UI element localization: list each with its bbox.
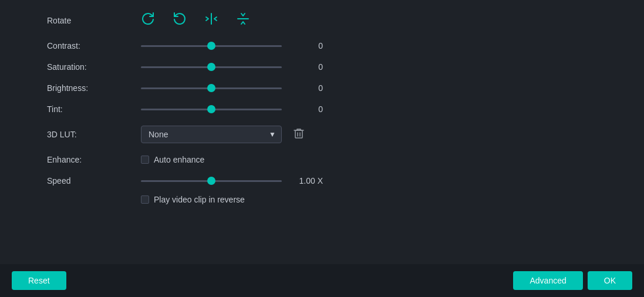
brightness-slider-container xyxy=(141,87,282,89)
tint-slider[interactable] xyxy=(141,109,282,110)
bottom-bar: Reset Advanced OK xyxy=(0,264,644,297)
auto-enhance-label: Auto enhance xyxy=(154,155,204,164)
lut-row: 3D LUT: None Option 1 Option 2 ▼ xyxy=(47,126,609,143)
contrast-value: 0 xyxy=(294,41,323,50)
saturation-label: Saturation: xyxy=(47,62,141,72)
right-buttons: Advanced OK xyxy=(513,271,632,290)
rotate-icons xyxy=(141,12,250,29)
reverse-checkbox-container[interactable]: Play video clip in reverse xyxy=(141,195,245,204)
contrast-slider[interactable] xyxy=(141,45,282,47)
tint-value: 0 xyxy=(294,104,323,114)
ok-button[interactable]: OK xyxy=(588,271,632,290)
brightness-slider[interactable] xyxy=(141,87,282,89)
brightness-row: Brightness: 0 xyxy=(47,83,609,93)
contrast-slider-container xyxy=(141,45,282,47)
tint-label: Tint: xyxy=(47,104,141,114)
speed-label: Speed xyxy=(47,176,141,185)
rotate-clockwise-icon[interactable] xyxy=(141,12,155,29)
rotate-label: Rotate xyxy=(47,16,141,25)
lut-label: 3D LUT: xyxy=(47,130,141,139)
tint-slider-container xyxy=(141,109,282,110)
rotate-counterclockwise-icon[interactable] xyxy=(173,12,187,29)
enhance-label: Enhance: xyxy=(47,155,141,164)
lut-select-container: None Option 1 Option 2 ▼ xyxy=(141,126,282,143)
reverse-label: Play video clip in reverse xyxy=(154,195,245,204)
enhance-row: Enhance: Auto enhance xyxy=(47,155,609,164)
saturation-slider[interactable] xyxy=(141,66,282,68)
speed-row: Speed 1.00 X xyxy=(47,176,609,185)
reverse-row: Play video clip in reverse xyxy=(141,195,609,204)
svg-rect-0 xyxy=(295,130,302,138)
saturation-slider-container xyxy=(141,66,282,68)
advanced-button[interactable]: Advanced xyxy=(513,271,582,290)
reverse-checkbox[interactable] xyxy=(141,195,149,204)
lut-select[interactable]: None Option 1 Option 2 xyxy=(141,126,282,143)
delete-lut-icon[interactable] xyxy=(294,127,304,142)
contrast-label: Contrast: xyxy=(47,41,141,50)
contrast-row: Contrast: 0 xyxy=(47,41,609,50)
speed-slider-container xyxy=(141,180,282,182)
brightness-label: Brightness: xyxy=(47,83,141,93)
brightness-value: 0 xyxy=(294,83,323,93)
reset-button[interactable]: Reset xyxy=(12,271,66,290)
auto-enhance-checkbox-container[interactable]: Auto enhance xyxy=(141,155,204,164)
main-container: Rotate xyxy=(0,0,644,297)
auto-enhance-checkbox[interactable] xyxy=(141,156,149,164)
saturation-value: 0 xyxy=(294,62,323,72)
flip-horizontal-icon[interactable] xyxy=(204,12,218,29)
tint-row: Tint: 0 xyxy=(47,104,609,114)
speed-slider[interactable] xyxy=(141,180,282,182)
speed-value: 1.00 X xyxy=(294,176,323,185)
flip-vertical-icon[interactable] xyxy=(236,12,250,29)
rotate-row: Rotate xyxy=(47,12,609,29)
saturation-row: Saturation: 0 xyxy=(47,62,609,72)
